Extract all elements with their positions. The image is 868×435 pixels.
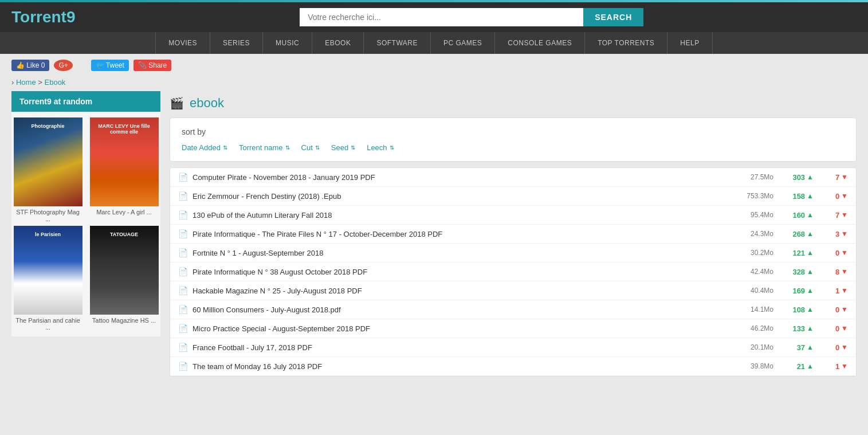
table-row[interactable]: 📄The team of Monday 16 July 2018 PDF39.8…: [170, 357, 856, 376]
torrent-name: Computer Pirate - November 2018 - Januar…: [193, 173, 728, 182]
camera-icon: 🎬: [170, 96, 184, 110]
file-icon: 📄: [178, 362, 188, 371]
breadcrumb-home[interactable]: Home: [16, 78, 36, 87]
torrent-name: Pirate Informatique - The Pirate Files N…: [193, 230, 728, 238]
sort-option-date-added[interactable]: Date Added ⇅: [182, 143, 227, 152]
sidebar-book[interactable]: PhotographieSTF Photography Mag ...: [11, 117, 84, 222]
torrent-size: 30.2Mo: [728, 249, 773, 257]
table-row[interactable]: 📄Fortnite N ° 1 - August-September 20183…: [170, 244, 856, 262]
thumbs-up-icon: 👍: [16, 61, 25, 69]
nav-item-music[interactable]: MUSIC: [263, 32, 312, 54]
share-button[interactable]: 📎 Share: [133, 60, 171, 71]
search-input[interactable]: [300, 8, 583, 26]
torrent-leech: 0 ▼: [814, 343, 848, 352]
table-row[interactable]: 📄Pirate Informatique - The Pirate Files …: [170, 225, 856, 244]
torrent-seed: 160 ▲: [773, 211, 814, 220]
torrent-size: 46.2Mo: [728, 324, 773, 332]
file-icon: 📄: [178, 267, 188, 276]
nav-item-movies[interactable]: MOVIES: [155, 32, 210, 54]
breadcrumb: › Home > Ebook: [0, 77, 868, 91]
sidebar-book[interactable]: MARC LEVY Une fille comme elleMarc Levy …: [88, 117, 160, 222]
torrent-leech: 8 ▼: [814, 268, 848, 276]
sidebar-book[interactable]: le ParisienThe Parisian and cahie ...: [11, 226, 84, 331]
torrent-size: 27.5Mo: [728, 173, 773, 181]
torrent-seed: 328 ▲: [773, 268, 814, 276]
sidebar-book[interactable]: TATOUAGETattoo Magazine HS ...: [88, 226, 160, 331]
page-title: 🎬 ebook: [170, 91, 857, 117]
nav-item-ebook[interactable]: EBOOK: [312, 32, 364, 54]
leech-arrow-icon: ▼: [841, 343, 848, 351]
nav-item-help[interactable]: HELP: [667, 32, 712, 54]
seed-arrow-icon: ▲: [807, 192, 814, 200]
logo[interactable]: Torrent9: [11, 8, 76, 26]
torrent-size: 24.3Mo: [728, 230, 773, 238]
main: Torrent9 at random PhotographieSTF Photo…: [0, 91, 868, 388]
seed-arrow-icon: ▲: [807, 343, 814, 351]
table-row[interactable]: 📄France Football - July 17, 2018 PDF20.1…: [170, 338, 856, 357]
tweet-button[interactable]: 🐦 Tweet: [91, 60, 129, 71]
file-icon: 📄: [178, 229, 188, 238]
tweet-label: Tweet: [106, 61, 124, 69]
nav-item-top-torrents[interactable]: TOP TORRENTS: [585, 32, 667, 54]
share-label: Share: [148, 61, 167, 69]
leech-arrow-icon: ▼: [841, 324, 848, 332]
torrent-leech: 0 ▼: [814, 249, 848, 257]
torrent-size: 40.4Mo: [728, 287, 773, 295]
nav-item-console-games[interactable]: CONSOLE GAMES: [495, 32, 585, 54]
sort-arrows-icon: ⇅: [351, 144, 355, 151]
file-icon: 📄: [178, 343, 188, 352]
torrent-size: 39.8Mo: [728, 362, 773, 370]
table-row[interactable]: 📄130 ePub of the Autumn Literary Fall 20…: [170, 206, 856, 225]
table-row[interactable]: 📄Micro Practice Special - August-Septemb…: [170, 319, 856, 338]
leech-arrow-icon: ▼: [841, 211, 848, 219]
table-row[interactable]: 📄60 Million Consumers - July-August 2018…: [170, 300, 856, 319]
torrent-size: 753.3Mo: [728, 192, 773, 200]
table-row[interactable]: 📄Hackable Magazine N ° 25 - July-August …: [170, 281, 856, 300]
torrent-seed: 268 ▲: [773, 230, 814, 238]
search-button[interactable]: SEARCH: [583, 8, 643, 26]
torrent-leech: 3 ▼: [814, 230, 848, 238]
sort-options: Date Added ⇅Torrent name ⇅Cut ⇅Seed ⇅Lee…: [182, 143, 845, 152]
sort-option-leech[interactable]: Leech ⇅: [367, 143, 394, 152]
nav-item-pc-games[interactable]: PC GAMES: [431, 32, 495, 54]
torrent-name: Pirate Informatique N ° 38 August Octobe…: [193, 268, 728, 276]
seed-arrow-icon: ▲: [807, 173, 814, 181]
share-icon: 📎: [138, 61, 147, 69]
torrent-name: The team of Monday 16 July 2018 PDF: [193, 362, 728, 371]
sidebar-books-grid: PhotographieSTF Photography Mag ...MARC …: [11, 112, 160, 336]
seed-arrow-icon: ▲: [807, 324, 814, 332]
leech-arrow-icon: ▼: [841, 305, 848, 313]
sort-option-seed[interactable]: Seed ⇅: [331, 143, 355, 152]
torrent-seed: 169 ▲: [773, 287, 814, 295]
torrent-name: 60 Million Consumers - July-August 2018.…: [193, 305, 728, 314]
table-row[interactable]: 📄Eric Zemmour - French Destiny (2018) .E…: [170, 187, 856, 206]
sort-option-torrent-name[interactable]: Torrent name ⇅: [239, 143, 290, 152]
facebook-like-button[interactable]: 👍 Like 0: [11, 60, 49, 71]
seed-arrow-icon: ▲: [807, 287, 814, 295]
nav-item-software[interactable]: SOFTWARE: [364, 32, 431, 54]
content: 🎬 ebook sort by Date Added ⇅Torrent name…: [170, 91, 857, 377]
torrent-seed: 37 ▲: [773, 343, 814, 352]
seed-arrow-icon: ▲: [807, 305, 814, 313]
file-icon: 📄: [178, 324, 188, 333]
table-row[interactable]: 📄Pirate Informatique N ° 38 August Octob…: [170, 262, 856, 281]
torrent-seed: 133 ▲: [773, 324, 814, 333]
leech-arrow-icon: ▼: [841, 362, 848, 370]
sort-box: sort by Date Added ⇅Torrent name ⇅Cut ⇅S…: [170, 117, 857, 162]
breadcrumb-current[interactable]: Ebook: [45, 78, 66, 87]
file-icon: 📄: [178, 191, 188, 201]
sort-arrows-icon: ⇅: [390, 144, 394, 151]
nav-item-series[interactable]: SERIES: [210, 32, 263, 54]
sidebar-title: Torrent9 at random: [11, 91, 160, 112]
torrent-leech: 0 ▼: [814, 324, 848, 333]
leech-arrow-icon: ▼: [841, 192, 848, 200]
file-icon: 📄: [178, 286, 188, 295]
torrent-seed: 158 ▲: [773, 192, 814, 201]
table-row[interactable]: 📄Computer Pirate - November 2018 - Janua…: [170, 168, 856, 187]
twitter-icon: 🐦: [96, 61, 104, 69]
leech-arrow-icon: ▼: [841, 287, 848, 295]
torrent-name: Hackable Magazine N ° 25 - July-August 2…: [193, 287, 728, 295]
sort-option-cut[interactable]: Cut ⇅: [301, 143, 320, 152]
google-plus-button[interactable]: G+: [54, 60, 72, 71]
sidebar-book-title: STF Photography Mag ...: [11, 209, 84, 222]
